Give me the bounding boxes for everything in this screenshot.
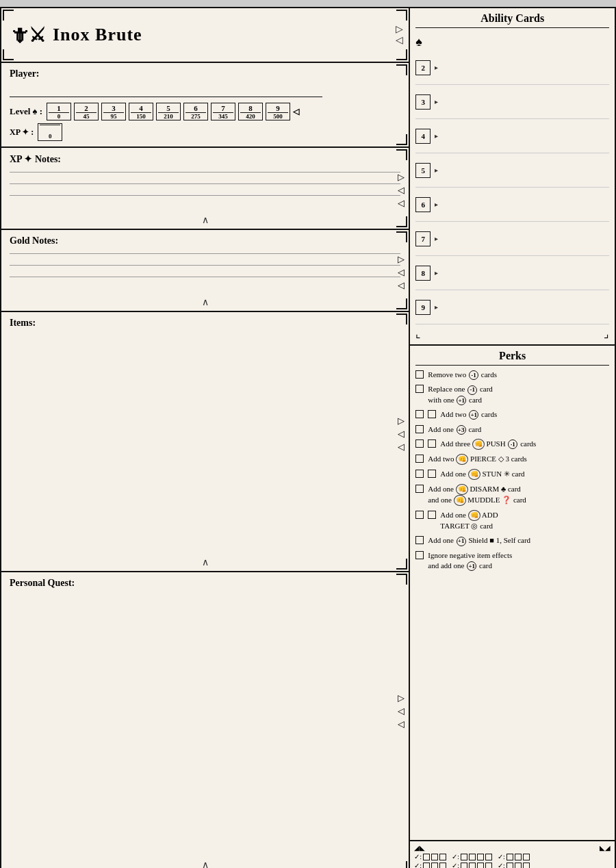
items-right-mark-2: ◁ xyxy=(398,429,405,439)
level-box-1[interactable]: 1 0 xyxy=(47,103,71,120)
ability-card-row-8: 8 ▸ xyxy=(415,256,609,290)
small-check-1[interactable] xyxy=(423,854,430,860)
perk-7-checkbox-2[interactable] xyxy=(428,470,436,478)
level-label: Level ♠ : xyxy=(10,106,42,117)
ability-cards-section: Ability Cards ♠ 2 ▸ 3 ▸ 4 ▸ 5 ▸ xyxy=(410,8,615,346)
small-check-14[interactable] xyxy=(461,863,467,869)
level-box-8[interactable]: 8 420 xyxy=(238,103,263,120)
class-icon: 🗡⚔ xyxy=(10,24,46,47)
gold-note-line-2 xyxy=(10,265,400,266)
card-arrow-5: ▸ xyxy=(435,166,438,174)
small-check-16[interactable] xyxy=(477,863,484,869)
check-group-1-2: ✓: xyxy=(452,853,492,860)
small-check-8[interactable] xyxy=(506,854,513,860)
corner-br xyxy=(396,49,407,60)
perk-9-checkbox-2[interactable] xyxy=(428,511,436,519)
level-box-2[interactable]: 2 45 xyxy=(74,103,99,120)
xp-sub-0: 0 xyxy=(49,133,52,140)
perk-4-checkboxes xyxy=(415,424,426,433)
quest-bottom-mark: ∧ xyxy=(202,859,209,868)
card-arrow-7: ▸ xyxy=(435,235,438,242)
right-mark-3: ◁ xyxy=(398,198,405,209)
level-box-5[interactable]: 5 210 xyxy=(156,103,181,120)
small-check-7[interactable] xyxy=(485,854,492,860)
perk-5-checkbox-1[interactable] xyxy=(415,439,424,448)
xp-num-6: 275 xyxy=(191,113,201,120)
character-name: Inox Brute xyxy=(53,25,142,45)
perk-2-checkbox-1[interactable] xyxy=(415,385,424,393)
small-check-18[interactable] xyxy=(506,863,513,869)
perk-9-checkbox-1[interactable] xyxy=(415,511,424,519)
small-check-17[interactable] xyxy=(485,863,492,869)
perk-8-checkbox-1[interactable] xyxy=(415,485,424,493)
quest-corner-br xyxy=(396,861,407,868)
card-arrow-9: ▸ xyxy=(435,303,438,311)
left-panel: 🗡⚔ Inox Brute ▷ ◁ Player: Level ♠ : 1 0 xyxy=(1,8,410,868)
small-check-13[interactable] xyxy=(439,863,446,869)
xp-box-0[interactable]: 0 xyxy=(38,123,62,141)
card-arrow-6: ▸ xyxy=(435,201,438,208)
xp-num-2: 45 xyxy=(84,113,90,120)
perk-5-checkbox-2[interactable] xyxy=(428,439,436,448)
perk-row-2: Replace one -1 card with one +1 card xyxy=(415,384,609,405)
xp-notes-lines xyxy=(10,172,400,196)
small-check-6[interactable] xyxy=(477,854,484,860)
small-check-19[interactable] xyxy=(515,863,522,869)
check-mark-2-3: ✓: xyxy=(498,862,505,868)
level-box-7[interactable]: 7 345 xyxy=(211,103,235,120)
perk-3-checkbox-1[interactable] xyxy=(415,410,424,418)
gold-notes-lines xyxy=(10,253,400,277)
level-box-9[interactable]: 9 500 xyxy=(266,103,290,120)
perk-row-3: Add two +1 cards xyxy=(415,409,609,420)
level-num-1: 1 xyxy=(49,104,69,113)
small-check-3[interactable] xyxy=(439,854,446,860)
small-check-10[interactable] xyxy=(523,854,530,860)
perk-10-checkbox-1[interactable] xyxy=(415,536,424,544)
small-check-2[interactable] xyxy=(431,854,438,860)
small-check-12[interactable] xyxy=(431,863,438,869)
level-box-4[interactable]: 4 150 xyxy=(129,103,153,120)
card-level-4: 4 xyxy=(415,129,431,144)
perk-row-1: Remove two -1 cards xyxy=(415,370,609,380)
xp-notes-right-marks: ▷ ◁ ◁ xyxy=(398,172,405,209)
xp-note-line-2 xyxy=(10,183,400,184)
corner-tl xyxy=(3,10,14,21)
perk-6-checkboxes xyxy=(415,454,426,463)
player-input-line[interactable] xyxy=(10,84,322,97)
perk-5-push-val: ·1 xyxy=(508,439,517,449)
perk-4-checkbox-1[interactable] xyxy=(415,425,424,433)
ability-card-row-2: 2 ▸ xyxy=(415,51,609,85)
gold-right-mark-1: ▷ xyxy=(398,254,405,265)
small-check-20[interactable] xyxy=(523,863,530,869)
perk-row-5: Add three 👊 PUSH ·1 cards xyxy=(415,439,609,450)
items-right-marks: ▷ ◁ ◁ xyxy=(398,416,405,452)
card-level-7: 7 xyxy=(415,231,431,246)
ability-card-row-5: 5 ▸ xyxy=(415,153,609,188)
level-box-6[interactable]: 6 275 xyxy=(183,103,208,120)
card-level-6: 6 xyxy=(415,197,431,212)
small-check-11[interactable] xyxy=(423,863,430,869)
perk-5-fist-icon: 👊 xyxy=(472,439,485,450)
ability-cards-title: Ability Cards xyxy=(415,12,609,28)
small-check-4[interactable] xyxy=(461,854,467,860)
perk-6-checkbox-1[interactable] xyxy=(415,455,424,463)
small-check-9[interactable] xyxy=(515,854,522,860)
small-check-5[interactable] xyxy=(469,854,476,860)
gold-notes-bottom-mark: ∧ xyxy=(202,296,209,308)
perks-section: Perks Remove two -1 cards Replace one -1… xyxy=(410,346,615,840)
perk-row-4: Add one +3 card xyxy=(415,424,609,435)
bottom-tl-mark: ◢◣ xyxy=(414,844,425,852)
perk-7-checkbox-1[interactable] xyxy=(415,470,424,478)
items-right-mark-1: ▷ xyxy=(398,416,405,426)
perk-6-text: Add two 👊 PIERCE ◇ 3 cards xyxy=(428,454,609,465)
perk-3-checkbox-2[interactable] xyxy=(428,410,436,418)
ability-bl-mark: ⌞ xyxy=(415,327,421,340)
level-box-3[interactable]: 3 95 xyxy=(101,103,126,120)
perk-4-card-val: +3 xyxy=(457,425,466,435)
bottom-tr-mark: ◣◢ xyxy=(600,844,611,852)
perk-1-checkbox-1[interactable] xyxy=(415,370,424,379)
xp-num-5: 210 xyxy=(164,113,173,120)
level-arrow: ◁ xyxy=(293,107,299,117)
perk-11-checkbox-1[interactable] xyxy=(415,551,424,559)
small-check-15[interactable] xyxy=(469,863,476,869)
